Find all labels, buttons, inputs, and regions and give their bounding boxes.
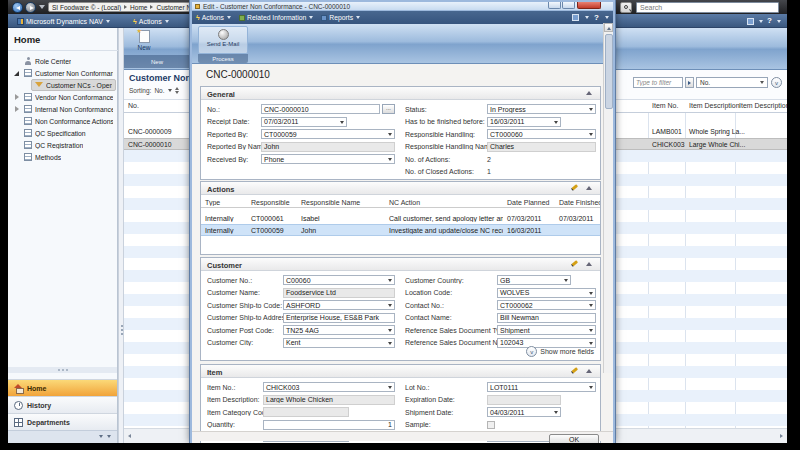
- dialog-related-information-menu[interactable]: Related Information: [239, 14, 313, 21]
- help-icon[interactable]: ?: [767, 17, 772, 25]
- field-dropdown[interactable]: CT000062: [497, 300, 596, 310]
- field-dropdown[interactable]: Kent: [283, 338, 395, 348]
- scroll-left-icon[interactable]: [128, 434, 131, 438]
- sorting-bar[interactable]: Sorting: No.: [129, 87, 179, 94]
- field-dropdown[interactable]: In Progress: [487, 104, 596, 114]
- vertical-scrollbar[interactable]: [603, 23, 613, 373]
- chevron-down-icon[interactable]: [388, 329, 392, 332]
- breadcrumb[interactable]: SI Foodware © - (Local) Home Customer N.…: [48, 2, 196, 12]
- assist-edit-button[interactable]: ...: [382, 104, 395, 114]
- column-header-no[interactable]: No.: [128, 102, 139, 109]
- field-date[interactable]: 07/03/2011: [261, 117, 347, 127]
- chevron-down-icon[interactable]: [388, 304, 392, 307]
- chevron-down-icon[interactable]: [107, 435, 111, 438]
- field-date[interactable]: 16/03/2011: [487, 117, 561, 127]
- actions-column-header[interactable]: Responsible Name: [297, 197, 385, 206]
- forward-icon[interactable]: [25, 2, 36, 13]
- chevron-down-icon[interactable]: [589, 342, 593, 345]
- chevron-down-icon[interactable]: [589, 292, 593, 295]
- nav-button-departments[interactable]: Departments: [8, 413, 117, 430]
- field-dropdown[interactable]: CT000059: [261, 129, 395, 139]
- sidebar-item[interactable]: Vendor Non Conformance List: [10, 91, 116, 103]
- sort-ascending-icon[interactable]: [175, 87, 179, 94]
- dynamics-nav-menu[interactable]: Microsoft Dynamics NAV: [14, 14, 113, 28]
- chevron-expanded-icon[interactable]: [14, 70, 20, 76]
- filter-go-button[interactable]: [685, 77, 694, 88]
- send-email-button[interactable]: Send E-Mail: [198, 26, 248, 54]
- search-scope-button[interactable]: [620, 2, 632, 13]
- chevron-down-icon[interactable]: [388, 386, 392, 389]
- breadcrumb-home[interactable]: Home: [130, 4, 147, 11]
- nav-button-home[interactable]: Home: [8, 379, 117, 396]
- show-more-fields[interactable]: v Show more fields: [526, 346, 594, 357]
- field-dropdown[interactable]: C00060: [283, 275, 395, 285]
- dialog-reports-menu[interactable]: Reports: [321, 14, 360, 21]
- close-icon[interactable]: [577, 2, 601, 9]
- breadcrumb-root[interactable]: SI Foodware © - (Local): [52, 4, 121, 11]
- address-history-icon[interactable]: [39, 5, 45, 9]
- sidebar-item[interactable]: Non Conformance Actions: [10, 115, 116, 127]
- actions-table-row[interactable]: InternallyCT000059JohnInvestigate and up…: [201, 224, 600, 236]
- collapse-icon[interactable]: [586, 262, 592, 266]
- customize-icon[interactable]: [572, 14, 579, 21]
- nav-button-history[interactable]: History: [8, 396, 117, 413]
- sidebar-item[interactable]: Role Center: [10, 55, 116, 67]
- sidebar-item[interactable]: Customer NCs - Open: [10, 79, 116, 91]
- field-dropdown[interactable]: WOLVES: [497, 288, 596, 298]
- column-header-item-description[interactable]: Item Description: [689, 102, 740, 109]
- actions-column-header[interactable]: Date Finished: [555, 197, 600, 206]
- chevron-down-icon[interactable]: [605, 16, 609, 19]
- chevron-down-icon[interactable]: [554, 411, 558, 414]
- chevron-collapsed-icon[interactable]: [14, 94, 20, 100]
- field-date[interactable]: GB: [497, 275, 571, 285]
- field-dropdown[interactable]: Shipment: [497, 325, 596, 335]
- field-assist[interactable]: CNC-0000010: [261, 104, 380, 114]
- actions-table-row[interactable]: InternallyCT000061IsabelCall customer, s…: [201, 212, 600, 224]
- chevron-down-icon[interactable]: [777, 20, 781, 23]
- chevron-down-icon[interactable]: [589, 386, 593, 389]
- edit-icon[interactable]: [571, 184, 578, 191]
- sidebar-item[interactable]: Methods: [10, 151, 116, 163]
- scrollbar-thumb[interactable]: [605, 34, 613, 109]
- field-dropdown[interactable]: CHICK003: [263, 382, 395, 392]
- chevron-down-icon[interactable]: [388, 279, 392, 282]
- column-header-item-no[interactable]: Item No.: [652, 102, 678, 109]
- minimize-icon[interactable]: [548, 2, 561, 9]
- back-icon[interactable]: [12, 2, 23, 13]
- chevron-down-icon[interactable]: [388, 133, 392, 136]
- help-icon[interactable]: ?: [594, 14, 599, 22]
- actions-column-header[interactable]: NC Action: [385, 197, 503, 206]
- maximize-icon[interactable]: [562, 2, 575, 9]
- section-item-header[interactable]: Item: [201, 365, 600, 378]
- chevron-down-icon[interactable]: [589, 108, 593, 111]
- scroll-up-icon[interactable]: [604, 23, 613, 32]
- sorting-field[interactable]: No.: [154, 87, 164, 94]
- actions-menu[interactable]: ϟ Actions: [130, 14, 172, 28]
- section-customer-header[interactable]: Customer: [201, 258, 600, 271]
- column-header-item-description-2[interactable]: Item Description 2: [739, 102, 787, 109]
- chevron-down-icon[interactable]: [585, 16, 589, 19]
- edit-icon[interactable]: [571, 367, 578, 374]
- field-dropdown[interactable]: ASHFORD: [283, 300, 395, 310]
- actions-column-header[interactable]: Type: [201, 197, 247, 206]
- chevron-collapsed-icon[interactable]: [14, 106, 20, 112]
- checkbox[interactable]: [487, 421, 495, 429]
- sidebar-item[interactable]: QC Registration: [10, 139, 116, 151]
- sidebar-item[interactable]: Internal Non Conformance List: [10, 103, 116, 115]
- filter-expand-icon[interactable]: v: [771, 77, 782, 88]
- sidebar-item[interactable]: QC Specification: [10, 127, 116, 139]
- section-general-header[interactable]: General: [201, 87, 600, 100]
- field-dropdown[interactable]: CT000060: [487, 129, 596, 139]
- chevron-down-icon[interactable]: [168, 89, 172, 92]
- field-text[interactable]: Bill Newman: [497, 313, 596, 323]
- chevron-down-icon[interactable]: [554, 121, 558, 124]
- actions-column-header[interactable]: Date Planned: [503, 197, 555, 206]
- sidebar-item[interactable]: Customer Non Conformance List: [10, 67, 116, 79]
- field-number[interactable]: 1: [263, 420, 395, 430]
- new-button[interactable]: New: [128, 30, 160, 55]
- filter-input[interactable]: [633, 77, 683, 88]
- search-input[interactable]: [636, 2, 779, 13]
- edit-icon[interactable]: [571, 260, 578, 267]
- collapse-icon[interactable]: [586, 186, 592, 190]
- customize-icon[interactable]: [747, 18, 754, 25]
